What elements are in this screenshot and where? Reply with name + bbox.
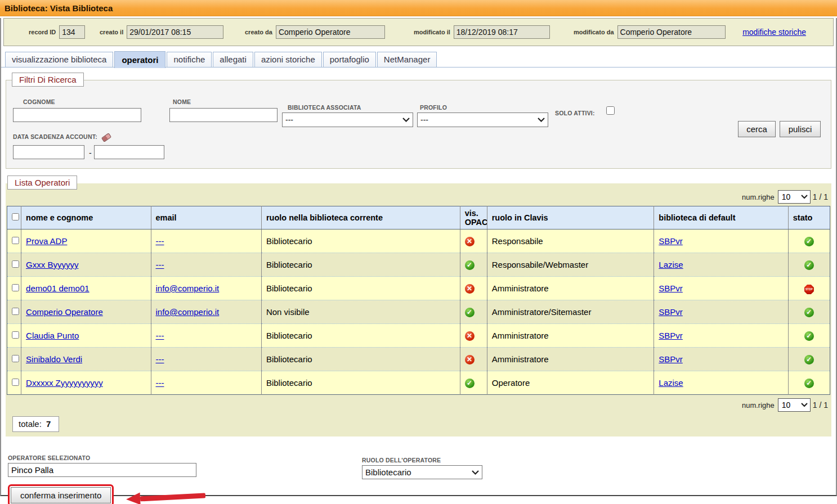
num-righe-dropdown-bottom[interactable]: 10	[778, 400, 810, 410]
cross-icon: ✕	[465, 284, 475, 294]
default-library-link[interactable]: SBPvr	[659, 354, 683, 364]
num-righe-label: num.righe	[742, 193, 775, 201]
row-checkbox[interactable]	[12, 355, 19, 362]
page-indicator: 1 / 1	[813, 192, 828, 201]
record-id-field[interactable]	[59, 25, 85, 39]
operator-name-link[interactable]: Claudia Punto	[26, 331, 79, 340]
modified-by-label: modificato da	[574, 29, 614, 35]
num-righe-dropdown-top[interactable]: 10	[778, 192, 810, 201]
operator-email-link[interactable]: ---	[156, 354, 164, 364]
tab-portafoglio[interactable]: portafoglio	[323, 52, 376, 68]
default-library-link[interactable]: SBPvr	[659, 331, 683, 340]
tab-operatori[interactable]: operatori	[114, 51, 165, 68]
default-library-link[interactable]: SBPvr	[659, 307, 683, 317]
select-all-checkbox[interactable]	[12, 213, 19, 220]
table-row: Claudia Punto---Bibliotecario✕Amministra…	[7, 324, 830, 348]
solo-attivi-checkbox[interactable]	[606, 106, 615, 115]
created-at-field[interactable]	[127, 25, 223, 39]
row-checkbox[interactable]	[12, 284, 19, 291]
num-righe-select-top[interactable]: 10	[778, 190, 811, 204]
biblioteca-associata-label: BIBLIOTECA ASSOCIATA	[288, 104, 361, 111]
operator-email-link[interactable]: ---	[156, 236, 164, 246]
cross-icon: ✕	[465, 331, 475, 341]
tab-visualizzazione-biblioteca[interactable]: visualizzazione biblioteca	[5, 52, 113, 68]
total-count-box: totale:7	[12, 416, 59, 432]
default-library-link[interactable]: Lazise	[659, 260, 683, 269]
cognome-label: COGNOME	[23, 98, 55, 105]
default-library-link[interactable]: SBPvr	[659, 284, 683, 293]
page-indicator: 1 / 1	[813, 400, 828, 410]
table-row: Comperio Operatoreinfo@comperio.itNon vi…	[7, 300, 830, 324]
operator-email-link[interactable]: ---	[156, 331, 164, 340]
cross-icon: ✕	[465, 237, 475, 246]
check-icon: ✓	[465, 308, 475, 317]
tab-allegati[interactable]: allegati	[213, 52, 253, 68]
pagination-bottom: num.righe 10 1 / 1	[7, 395, 830, 414]
ruolo-clavis-cell: Operatore	[487, 371, 654, 395]
modified-at-field[interactable]	[454, 25, 550, 39]
pulisci-button[interactable]: pulisci	[780, 121, 821, 137]
operator-name-link[interactable]: Comperio Operatore	[26, 307, 103, 317]
operator-email-link[interactable]: info@comperio.it	[156, 307, 220, 317]
table-row: Gxxx Byyyyyy---Bibliotecario✓Responsabil…	[7, 253, 830, 277]
created-by-field[interactable]	[276, 25, 385, 39]
history-changes-link[interactable]: modifiche storiche	[742, 28, 806, 37]
operator-name-link[interactable]: Gxxx Byyyyyy	[26, 260, 78, 269]
tab-netmanager[interactable]: NetManager	[377, 52, 437, 68]
vis-opac-cell: ✕	[460, 230, 487, 253]
nome-input[interactable]	[169, 108, 277, 122]
row-checkbox[interactable]	[12, 237, 19, 244]
default-library-link[interactable]: Lazise	[659, 378, 683, 388]
created-at-label: creato il	[100, 29, 123, 35]
data-scadenza-da-input[interactable]	[13, 145, 84, 159]
operator-name-link[interactable]: Sinibaldo Verdi	[26, 354, 82, 364]
record-info-bar: record ID creato il creato da modificato…	[3, 18, 834, 46]
col-header-ruolo-clavis: ruolo in Clavis	[487, 206, 654, 230]
cognome-input[interactable]	[13, 108, 141, 122]
conferma-inserimento-button[interactable]: conferma inserimento	[11, 487, 111, 503]
operator-name-link[interactable]: Dxxxxx Zyyyyyyyyyy	[26, 378, 103, 388]
tab-bar: visualizzazione bibliotecaoperatorinotif…	[5, 51, 836, 68]
profilo-select[interactable]: ---	[417, 112, 548, 127]
modified-by-field[interactable]	[617, 25, 726, 39]
ruolo-operatore-dropdown[interactable]: Bibliotecario	[362, 466, 482, 479]
operator-email-link[interactable]: ---	[156, 260, 164, 269]
biblioteca-associata-select[interactable]: ---	[282, 112, 413, 127]
operator-name-link[interactable]: demo01 demo01	[26, 284, 89, 293]
ruolo-operatore-select[interactable]: Bibliotecario	[362, 465, 482, 479]
ruolo-clavis-cell: Responsabile/Webmaster	[487, 253, 654, 277]
stato-cell: ✓	[788, 253, 830, 277]
operator-email-link[interactable]: info@comperio.it	[156, 284, 220, 293]
tab-notifiche[interactable]: notifiche	[167, 52, 212, 68]
pagination-top: num.righe 10 1 / 1	[7, 184, 830, 206]
eraser-icon[interactable]	[101, 133, 111, 142]
num-righe-select-bottom[interactable]: 10	[778, 398, 811, 412]
operator-name-link[interactable]: Prova ADP	[26, 236, 67, 246]
col-header-biblioteca-default: biblioteca di default	[654, 206, 788, 230]
stop-icon: STOP	[804, 285, 814, 294]
check-icon: ✓	[804, 379, 814, 388]
operator-email-link[interactable]: ---	[156, 378, 164, 388]
row-checkbox[interactable]	[12, 308, 19, 315]
row-checkbox[interactable]	[12, 260, 19, 268]
cerca-button[interactable]: cerca	[738, 121, 776, 137]
vis-opac-cell: ✓	[460, 371, 487, 395]
row-checkbox[interactable]	[12, 379, 19, 386]
table-row: Prova ADP---Bibliotecario✕ResponsabileSB…	[7, 230, 830, 253]
default-library-link[interactable]: SBPvr	[659, 236, 683, 246]
modified-by-group: modificato da	[574, 25, 726, 39]
vis-opac-cell: ✕	[460, 324, 487, 348]
row-checkbox[interactable]	[12, 331, 19, 339]
check-icon: ✓	[804, 260, 814, 270]
biblioteca-associata-dropdown[interactable]: ---	[283, 113, 413, 127]
stato-cell: ✓	[788, 371, 830, 395]
operatore-selezionato-input[interactable]	[8, 463, 196, 477]
tab-azioni-storiche[interactable]: azioni storiche	[254, 52, 322, 68]
data-scadenza-label: DATA SCADENZA ACCOUNT:	[13, 133, 111, 140]
profilo-dropdown[interactable]: ---	[418, 113, 548, 127]
solo-attivi-label: SOLO ATTIVI:	[555, 110, 595, 116]
vis-opac-cell: ✕	[460, 348, 487, 371]
ruolo-clavis-cell: Amministratore	[487, 277, 654, 300]
page-frame: record ID creato il creato da modificato…	[0, 18, 837, 496]
data-scadenza-a-input[interactable]	[94, 145, 164, 159]
